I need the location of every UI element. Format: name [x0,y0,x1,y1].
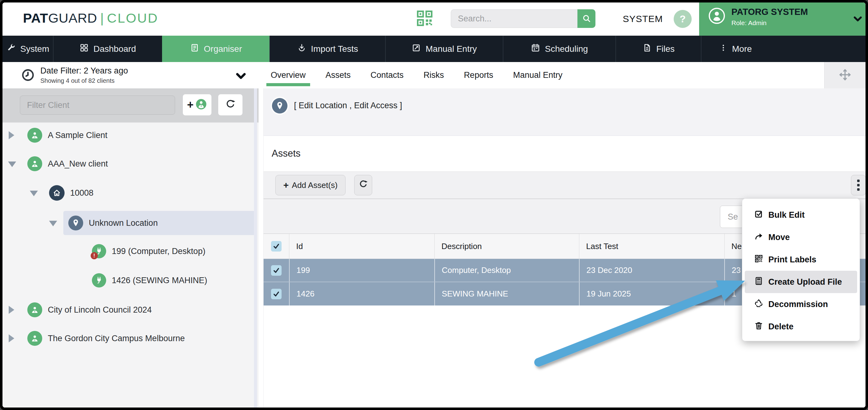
assets-actions-menu: Bulk Edit Move Print Labels [742,199,860,341]
import-icon [297,43,306,55]
tree-item-asset[interactable]: ! 199 (Computer, Desktop) [2,240,258,262]
asset-plug-icon: ! [92,244,106,258]
cell-id: 1426 [289,282,434,306]
search-button[interactable] [578,9,595,28]
global-search [451,9,595,28]
menu-item-print-labels[interactable]: Print Labels [745,248,857,271]
global-search-input[interactable] [451,9,578,28]
content-area: + [2,89,866,408]
tab-manual-entry[interactable]: Manual Entry [513,62,562,89]
app-window: PATGUARD|CLOUD SYSTEM ? [0,0,868,410]
plus-icon: + [283,180,289,191]
tree-item-location-selected[interactable]: Unknown Location [2,212,258,234]
organisation-label: SYSTEM [623,14,663,24]
edit-location-links[interactable]: [ Edit Location , Edit Access ] [294,101,402,110]
add-assets-label: Add Asset(s) [292,180,337,190]
location-header-band: [ Edit Location , Edit Access ] [264,89,866,136]
date-filter-title[interactable]: Date Filter: 2 Years ago [40,66,128,76]
menu-item-label: Move [768,233,790,242]
nav-item-organiser[interactable]: Organiser [162,36,270,62]
tab-contacts[interactable]: Contacts [371,62,404,89]
tab-assets[interactable]: Assets [326,62,351,89]
expand-panel-button[interactable] [824,62,866,89]
menu-item-label: Decommission [768,300,828,309]
refresh-icon [225,99,236,111]
add-assets-button[interactable]: + Add Asset(s) [275,175,345,195]
tab-risks[interactable]: Risks [424,62,444,89]
tree-item-site[interactable]: 10008 [2,182,258,204]
tab-reports[interactable]: Reports [464,62,493,89]
tree-item-client[interactable]: AAA_New client [2,152,258,175]
tab-overview[interactable]: Overview [271,62,306,89]
tree-item-client[interactable]: The Gordon City Campus Melbourne [2,327,258,349]
caret-down-icon[interactable] [49,221,57,227]
filter-client-input[interactable] [20,96,175,115]
caret-right-icon[interactable] [9,306,14,314]
tree-item-label: Unknown Location [89,218,158,228]
select-all-checkbox[interactable] [271,241,282,251]
nav-item-system[interactable]: System [2,36,53,62]
search-icon [582,14,591,24]
column-header-last-test[interactable]: Last Test [579,234,724,259]
caret-down-icon[interactable] [8,162,16,167]
menu-item-label: Bulk Edit [768,210,805,220]
location-pin-icon [68,215,83,231]
nav-item-dashboard[interactable]: Dashboard [53,36,162,62]
column-header-id[interactable]: Id [289,234,434,259]
client-tree-panel: + [2,89,258,408]
nav-item-manual-entry[interactable]: Manual Entry [385,36,503,62]
add-client-button[interactable]: + [183,94,212,116]
calendar-icon [531,43,540,55]
row-select-cell [264,259,289,282]
date-filter-chevron-icon[interactable] [235,70,247,83]
logo-cloud: CLOUD [107,10,159,26]
section-tabs: Overview Assets Contacts Risks Reports M… [271,62,562,89]
qr-code-icon [754,254,764,266]
sidebar-scrollbar[interactable] [254,89,257,408]
menu-item-label: Delete [768,322,794,332]
qr-code-icon[interactable] [415,9,434,29]
nav-item-files[interactable]: Files [616,36,701,62]
logo-guard: GUARD [48,10,97,26]
nav-item-import-tests[interactable]: Import Tests [270,36,385,62]
tree-item-label: The Gordon City Campus Melbourne [48,334,185,343]
caret-down-icon[interactable] [30,191,38,196]
nav-item-scheduling[interactable]: Scheduling [503,36,616,62]
column-header-description[interactable]: Description [434,234,579,259]
plus-icon: + [187,98,193,111]
site-house-icon [49,185,65,201]
file-icon [642,43,652,55]
refresh-clients-button[interactable] [218,94,243,116]
sub-header: Date Filter: 2 Years ago Showing 4 out o… [2,62,866,89]
tree-item-client[interactable]: A Sample Client [2,124,258,146]
row-select-cell [264,282,289,306]
assets-toolbar: + Add Asset(s) [264,171,866,199]
user-name: PATORG SYSTEM [732,7,808,17]
menu-item-delete[interactable]: Delete [745,315,857,338]
tree-item-label: 10008 [70,188,93,198]
help-button[interactable]: ? [674,10,692,28]
tree-item-client[interactable]: City of Lincoln Council 2024 [2,299,258,321]
menu-item-decommission[interactable]: Decommission [745,293,857,315]
client-person-icon [27,302,42,317]
nav-item-more[interactable]: More [701,36,866,62]
app-logo: PATGUARD|CLOUD [23,10,158,26]
user-menu[interactable]: PATORG SYSTEM Role: Admin [699,2,866,36]
tree-item-asset[interactable]: 1426 (SEWING MAHINE) [2,269,258,292]
caret-right-icon[interactable] [9,334,14,342]
caret-right-icon[interactable] [9,131,14,139]
refresh-assets-button[interactable] [354,175,372,195]
row-checkbox[interactable] [271,265,282,276]
table-search-placeholder: Se [728,212,738,222]
assets-actions-kebab-button[interactable] [851,175,866,195]
row-checkbox[interactable] [271,289,282,299]
menu-item-move[interactable]: Move [745,226,857,248]
menu-item-bulk-edit[interactable]: Bulk Edit [745,204,857,226]
menu-item-label: Create Upload File [768,277,842,287]
trash-icon [754,321,764,333]
menu-item-create-upload-file[interactable]: Create Upload File [745,271,857,293]
main-nav: System Dashboard Organiser [2,36,866,62]
nav-label: Dashboard [93,44,136,54]
wrench-icon [6,43,16,55]
client-person-icon [27,156,42,171]
